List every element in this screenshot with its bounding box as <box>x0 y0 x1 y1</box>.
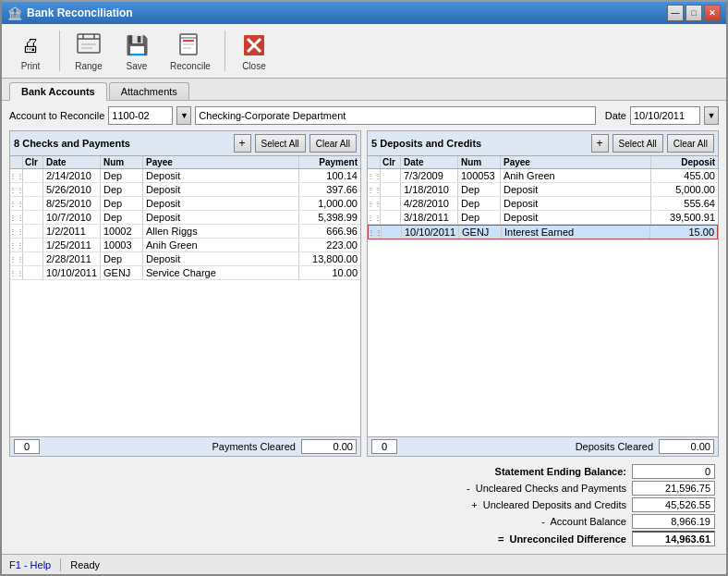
summary-row-1: - Uncleared Checks and Payments <box>405 481 715 496</box>
checks-col-date-header: Date <box>43 156 101 168</box>
checks-cleared-value <box>301 439 357 454</box>
row-dots: ⋮⋮ <box>368 211 381 224</box>
row-deposit: 15.00 <box>650 226 717 239</box>
row-payee: Anih Green <box>501 169 651 182</box>
tab-bank-accounts[interactable]: Bank Accounts <box>9 82 107 101</box>
deposits-add-button[interactable]: + <box>591 134 609 153</box>
deposits-cleared-value <box>659 439 714 454</box>
checks-panel-header: 8 Checks and Payments + Select All Clear… <box>10 131 360 156</box>
row-dots: ⋮⋮ <box>10 183 23 196</box>
deposits-select-all-button[interactable]: Select All <box>613 134 663 153</box>
svg-rect-8 <box>183 43 194 45</box>
ending-balance-value[interactable] <box>632 464 715 479</box>
date-dropdown-btn[interactable]: ▼ <box>704 106 719 125</box>
deposits-col-deposit-header: Deposit <box>651 156 718 168</box>
row-payee: Deposit <box>501 197 651 210</box>
table-row[interactable]: ⋮⋮ 2/28/2011 Dep Deposit 13,800.00 <box>10 252 360 266</box>
date-input[interactable] <box>630 106 700 125</box>
minimize-button[interactable]: — <box>667 5 684 21</box>
row-date: 2/28/2011 <box>43 252 101 265</box>
row-num: 100053 <box>458 169 501 182</box>
range-icon <box>74 31 103 60</box>
row-date: 1/2/2011 <box>43 225 101 238</box>
summary-row1-value <box>632 481 715 496</box>
row-dots: ⋮⋮ <box>369 226 382 239</box>
deposits-grid-header: Clr Date Num Payee Deposit <box>368 156 718 169</box>
row-deposit: 39,500.91 <box>651 211 718 224</box>
row-date: 8/25/2010 <box>43 197 101 210</box>
reconcile-label: Reconcile <box>170 61 211 71</box>
table-row[interactable]: ⋮⋮ 7/3/2009 100053 Anih Green 455.00 <box>368 169 718 183</box>
checks-add-button[interactable]: + <box>234 134 251 153</box>
row-payee: Deposit <box>501 183 651 196</box>
table-row[interactable]: ⋮⋮ 3/18/2011 Dep Deposit 39,500.91 <box>368 211 718 225</box>
help-link[interactable]: F1 - Help <box>9 559 51 570</box>
checks-title-text: Checks and Payments <box>22 138 130 149</box>
summary-ending-balance-row: Statement Ending Balance: <box>405 464 715 479</box>
row-num: 10002 <box>101 225 143 238</box>
row-payee: Deposit <box>143 169 299 182</box>
titlebar-buttons: — □ ✕ <box>667 5 721 21</box>
checks-col-dots-header <box>10 156 23 168</box>
checks-cleared-count[interactable] <box>14 439 40 454</box>
checks-select-all-button[interactable]: Select All <box>255 134 306 153</box>
row-num: Dep <box>458 183 501 196</box>
row-num: Dep <box>101 183 143 196</box>
deposits-panel-header: 5 Deposits and Credits + Select All Clea… <box>368 131 718 156</box>
row-payee: Deposit <box>143 211 299 224</box>
row-date: 10/10/2011 <box>43 266 101 279</box>
table-row[interactable]: ⋮⋮ 10/7/2010 Dep Deposit 5,398.99 <box>10 211 360 225</box>
row-deposit: 455.00 <box>651 169 718 182</box>
row-payee: Service Charge <box>143 266 299 279</box>
table-row[interactable]: ⋮⋮ 10/10/2011 GENJ Interest Earned 15.00 <box>368 225 718 239</box>
row-date: 10/10/2011 <box>402 226 459 239</box>
checks-grid-header: Clr Date Num Payee Payment <box>10 156 360 169</box>
row-payee: Deposit <box>501 211 651 224</box>
deposits-col-clr-header: Clr <box>381 156 401 168</box>
print-button[interactable]: 🖨 Print <box>9 28 52 74</box>
reconcile-button[interactable]: Reconcile <box>164 28 217 74</box>
row-num: Dep <box>101 169 143 182</box>
close-tb-button[interactable]: Close <box>233 28 275 74</box>
close-button[interactable]: ✕ <box>704 5 721 21</box>
row-date: 10/7/2010 <box>43 211 101 224</box>
checks-col-payee-header: Payee <box>143 156 299 168</box>
table-row[interactable]: ⋮⋮ 2/14/2010 Dep Deposit 100.14 <box>10 169 360 183</box>
tab-attachments[interactable]: Attachments <box>109 82 189 100</box>
row-date: 1/25/2011 <box>43 239 101 251</box>
deposits-clear-all-button[interactable]: Clear All <box>667 134 714 153</box>
save-button[interactable]: 💾 Save <box>115 28 158 74</box>
account-description-input[interactable] <box>195 106 595 125</box>
row-clr <box>381 183 401 196</box>
tabs-area: Bank Accounts Attachments <box>2 79 726 101</box>
table-row[interactable]: ⋮⋮ 8/25/2010 Dep Deposit 1,000.00 <box>10 197 360 211</box>
summary-row4-value <box>632 531 715 546</box>
row-date: 1/18/2010 <box>401 183 458 196</box>
checks-clear-all-button[interactable]: Clear All <box>309 134 357 153</box>
row-dots: ⋮⋮ <box>368 197 381 210</box>
deposits-cleared-count[interactable] <box>371 439 397 454</box>
range-button[interactable]: Range <box>67 28 110 74</box>
account-number-input[interactable] <box>108 106 173 125</box>
summary-row2-text: Uncleared Deposits and Credits <box>483 499 626 510</box>
maximize-button[interactable]: □ <box>686 5 702 21</box>
account-row: Account to Reconcile ▼ Date ▼ <box>9 106 719 125</box>
table-row[interactable]: ⋮⋮ 1/25/2011 10003 Anih Green 223.00 <box>10 239 360 252</box>
svg-rect-0 <box>78 34 100 53</box>
row-clr <box>23 239 43 251</box>
deposits-title-text: Deposits and Credits <box>380 138 481 149</box>
table-row[interactable]: ⋮⋮ 4/28/2010 Dep Deposit 555.64 <box>368 197 718 211</box>
row-amount: 223.00 <box>299 239 360 251</box>
summary-row4-text: Unreconciled Difference <box>509 533 626 545</box>
account-dropdown-btn[interactable]: ▼ <box>176 106 191 125</box>
table-row[interactable]: ⋮⋮ 10/10/2011 GENJ Service Charge 10.00 <box>10 266 360 280</box>
row-num: GENJ <box>459 226 502 239</box>
table-row[interactable]: ⋮⋮ 1/18/2010 Dep Deposit 5,000.00 <box>368 183 718 197</box>
row-clr <box>381 169 401 182</box>
row-amount: 13,800.00 <box>299 252 360 265</box>
row-amount: 1,000.00 <box>299 197 360 210</box>
table-row[interactable]: ⋮⋮ 1/2/2011 10002 Allen Riggs 666.96 <box>10 225 360 239</box>
table-row[interactable]: ⋮⋮ 5/26/2010 Dep Deposit 397.66 <box>10 183 360 197</box>
row-date: 7/3/2009 <box>401 169 458 182</box>
row-payee: Anih Green <box>143 239 299 251</box>
